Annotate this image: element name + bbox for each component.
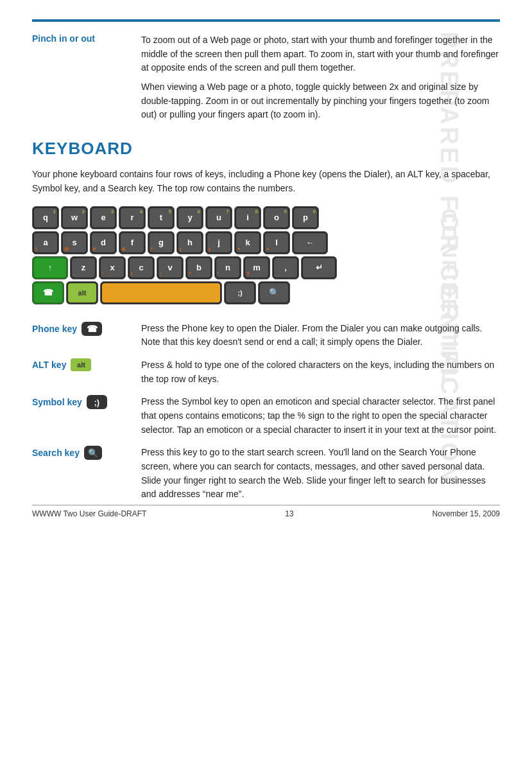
phone-key-label: Phone key ☎: [32, 322, 141, 336]
symbol-key-icon: ;): [87, 395, 107, 409]
keyboard-image-container: 1 q 2 w 3 e: [32, 206, 500, 306]
key-l: = l: [263, 231, 290, 254]
key-u: 7 u: [205, 206, 232, 229]
pinch-label: Pinch in or out: [32, 33, 141, 127]
key-a: ! a: [32, 231, 59, 254]
key-search-bottom: 🔍: [258, 281, 290, 304]
key-shift: ↑: [32, 256, 68, 279]
footer-center: 13: [285, 509, 293, 518]
keyboard-graphic: 1 q 2 w 3 e: [32, 206, 337, 306]
key-f: & f: [119, 231, 146, 254]
pinch-para2: When viewing a Web page or a photo, togg…: [141, 80, 500, 122]
key-j: ) j: [205, 231, 232, 254]
footer-left: WWWW Two User Guide-DRAFT: [32, 509, 146, 518]
top-line: [32, 19, 500, 22]
page: PREPARED FOR CERTIFICATION CONFIDENTIAL …: [0, 0, 532, 530]
symbol-key-section: Symbol key ;) Press the Symbol key to op…: [32, 395, 500, 437]
search-key-label: Search key 🔍: [32, 446, 141, 460]
key-c: / c: [128, 256, 155, 279]
key-b: " b: [185, 256, 212, 279]
search-key-icon: 🔍: [84, 446, 102, 460]
key-symbol-bottom: ;): [224, 281, 256, 304]
pinch-content: To zoom out of a Web page or photo, star…: [141, 33, 500, 127]
key-space: [100, 281, 222, 304]
key-s: @ s: [61, 231, 88, 254]
alt-key-label: ALT key alt: [32, 358, 141, 371]
key-p: 0 p: [292, 206, 319, 229]
key-z: - z: [70, 256, 97, 279]
key-alt-bottom: alt: [66, 281, 98, 304]
footer-right: November 15, 2009: [433, 509, 500, 518]
key-backspace: ←: [292, 231, 328, 254]
keyboard-row-3: ↑ - z ' x /: [32, 256, 337, 279]
key-y: 6 y: [176, 206, 203, 229]
key-i: 8 i: [234, 206, 261, 229]
key-descriptions: Phone key ☎ Press the Phone key to open …: [32, 322, 500, 502]
key-d: # d: [90, 231, 117, 254]
key-r: 4 r: [119, 206, 146, 229]
phone-key-description: Press the Phone key to open the Dialer. …: [141, 322, 500, 349]
phone-key-text: Phone key: [32, 324, 77, 334]
symbol-key-label: Symbol key ;): [32, 395, 141, 409]
phone-key-section: Phone key ☎ Press the Phone key to open …: [32, 322, 500, 349]
search-key-section: Search key 🔍 Press this key to go to the…: [32, 446, 500, 502]
pinch-para1: To zoom out of a Web page or photo, star…: [141, 33, 500, 75]
keyboard-heading: KEYBOARD: [32, 139, 500, 159]
phone-key-icon: ☎: [82, 322, 102, 336]
keyboard-description: Your phone keyboard contains four rows o…: [32, 168, 500, 195]
key-e: 3 e: [90, 206, 117, 229]
footer: WWWW Two User Guide-DRAFT 13 November 15…: [32, 505, 500, 518]
keyboard-row-4: ☎ alt ;): [32, 281, 337, 304]
key-t: 5 t: [148, 206, 175, 229]
key-phone-bottom: ☎: [32, 281, 64, 304]
alt-key-icon: alt: [71, 358, 91, 371]
keyboard-row-2: ! a @ s # d: [32, 231, 337, 254]
alt-key-section: ALT key alt Press & hold to type one of …: [32, 358, 500, 386]
pinch-section: Pinch in or out To zoom out of a Web pag…: [32, 33, 500, 127]
key-v: : v: [157, 256, 184, 279]
key-comma: . ,: [272, 256, 299, 279]
symbol-key-description: Press the Symbol key to open an emoticon…: [141, 395, 500, 437]
search-key-description: Press this key to go to the start search…: [141, 446, 500, 502]
key-m: ? m: [243, 256, 270, 279]
search-key-text: Search key: [32, 448, 80, 458]
symbol-key-text: Symbol key: [32, 397, 82, 407]
key-o: 9 o: [263, 206, 290, 229]
key-h: ( h: [176, 231, 203, 254]
alt-key-description: Press & hold to type one of the colored …: [141, 358, 500, 386]
key-g: * g: [148, 231, 175, 254]
key-n: ' n: [214, 256, 241, 279]
key-x: ' x: [99, 256, 126, 279]
keyboard-row-1: 1 q 2 w 3 e: [32, 206, 337, 229]
key-enter: ↵: [301, 256, 337, 279]
alt-key-text: ALT key: [32, 360, 66, 370]
key-q: 1 q: [32, 206, 59, 229]
key-k: + k: [234, 231, 261, 254]
key-w: 2 w: [61, 206, 88, 229]
